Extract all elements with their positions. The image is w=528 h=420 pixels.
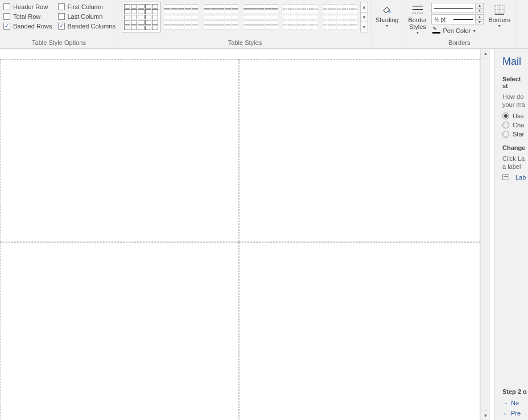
chevron-down-icon: ▼ <box>472 29 476 33</box>
chevron-down-icon: ▼ <box>415 31 419 35</box>
border-line-controls: ▲▼ ½ pt ▲▼ ✎ Pen Color ▼ <box>431 2 484 36</box>
group-label-borders: Borders <box>406 39 513 47</box>
label-options-link[interactable]: Lab <box>502 174 528 181</box>
gallery-scroll-up[interactable]: ▲ <box>361 2 368 13</box>
arrow-left-icon: ← <box>502 410 508 417</box>
check-header-row[interactable]: Header Row <box>3 3 52 10</box>
check-header-row-label: Header Row <box>13 3 48 10</box>
group-table-style-options: Header Row First Column Total Row Last C… <box>0 0 118 48</box>
pen-color-button[interactable]: ✎ Pen Color ▼ <box>431 26 484 36</box>
table-styles-spinner: ▲ ▼ ▾ <box>360 2 368 32</box>
line-weight-down[interactable]: ▼ <box>476 20 483 24</box>
table-style-thumb-6[interactable] <box>321 2 360 32</box>
borders-button-label: Borders <box>488 16 510 23</box>
shading-button[interactable]: Shading ▼ <box>373 2 401 28</box>
border-styles-icon <box>411 4 424 15</box>
label-options-text: Lab <box>515 174 526 181</box>
arrow-right-icon: → <box>502 400 508 406</box>
gallery-scroll-down[interactable]: ▼ <box>361 13 368 23</box>
shading-label: Shading <box>376 16 398 23</box>
previous-step-label: Pre <box>511 410 521 417</box>
label-cell-4[interactable] <box>239 242 480 420</box>
scroll-down-arrow[interactable]: ▼ <box>481 410 490 420</box>
group-table-styles: ▲ ▼ ▾ Table Styles <box>118 0 372 48</box>
radio-use-current[interactable]: Use <box>502 113 528 119</box>
change-heading: Change <box>502 144 528 151</box>
label-table <box>0 59 480 420</box>
label-cell-2[interactable] <box>239 59 480 242</box>
check-last-column[interactable]: Last Column <box>58 13 116 20</box>
step-indicator: Step 2 o <box>502 388 528 395</box>
select-starting-heading: Select st <box>502 76 528 89</box>
radio-icon <box>502 122 509 128</box>
border-styles-button[interactable]: Border Styles ▼ <box>406 2 429 35</box>
line-style-selector[interactable]: ▲▼ <box>431 3 484 13</box>
chevron-down-icon: ▼ <box>385 24 389 28</box>
label-cell-1[interactable] <box>0 59 239 242</box>
check-banded-rows[interactable]: Banded Rows <box>3 23 52 30</box>
gallery-expand[interactable]: ▾ <box>361 22 368 32</box>
table-style-thumb-5[interactable] <box>281 2 320 32</box>
check-banded-columns-label: Banded Columns <box>68 23 116 30</box>
radio-icon <box>502 113 509 119</box>
check-first-column[interactable]: First Column <box>58 3 116 10</box>
select-starting-text: How doyour ma <box>502 93 528 109</box>
radio-start-from[interactable]: Star <box>502 131 528 138</box>
table-styles-gallery <box>122 2 360 32</box>
mail-pane-title: Mail <box>502 56 528 68</box>
workspace: ▲ ▼ <box>0 49 528 420</box>
border-styles-label: Border Styles <box>408 16 427 30</box>
change-text: Click Laa label <box>502 155 528 171</box>
table-style-options-checks: Header Row First Column Total Row Last C… <box>3 2 118 30</box>
check-total-row-label: Total Row <box>13 13 40 20</box>
line-weight-selector[interactable]: ½ pt ▲▼ <box>431 14 484 24</box>
label-icon <box>502 174 509 180</box>
group-borders: Border Styles ▼ ▲▼ ½ pt ▲▼ ✎ Pen Color ▼ <box>402 0 515 48</box>
radio-change-label: Cha <box>513 122 524 128</box>
line-weight-value: ½ pt <box>434 16 445 23</box>
table-style-thumb-2[interactable] <box>162 2 200 32</box>
pen-color-label: Pen Color <box>443 27 471 34</box>
table-style-thumb-1[interactable] <box>122 2 160 32</box>
ribbon: Header Row First Column Total Row Last C… <box>0 0 528 49</box>
line-weight-up[interactable]: ▲ <box>476 15 483 20</box>
paint-bucket-icon <box>381 4 393 15</box>
table-style-thumb-3[interactable] <box>201 2 240 32</box>
radio-change-layout[interactable]: Cha <box>502 122 528 128</box>
check-first-column-label: First Column <box>68 3 103 10</box>
scroll-up-arrow[interactable]: ▲ <box>481 49 490 59</box>
mail-merge-pane: Mail Select st How doyour ma Use Cha Sta… <box>494 49 528 420</box>
mail-pane-footer: Step 2 o →Ne ←Pre <box>502 388 528 417</box>
radio-start-label: Star <box>513 131 524 138</box>
table-style-thumb-4[interactable] <box>241 2 280 32</box>
group-shading: Shading ▼ <box>372 0 402 48</box>
next-step-link[interactable]: →Ne <box>502 400 528 406</box>
borders-icon <box>494 4 505 15</box>
next-step-label: Ne <box>511 400 519 406</box>
radio-use-label: Use <box>513 113 524 119</box>
previous-step-link[interactable]: ←Pre <box>502 410 528 417</box>
chevron-down-icon: ▼ <box>497 24 501 28</box>
document[interactable] <box>0 49 480 420</box>
vertical-scrollbar[interactable]: ▲ ▼ <box>480 49 490 420</box>
check-last-column-label: Last Column <box>68 13 103 20</box>
label-cell-3[interactable] <box>0 242 239 420</box>
check-banded-columns[interactable]: Banded Columns <box>58 23 116 30</box>
group-label-table-style-options: Table Style Options <box>3 39 114 47</box>
line-style-up[interactable]: ▲ <box>476 3 483 9</box>
group-label-table-styles: Table Styles <box>122 39 368 47</box>
radio-icon <box>502 131 509 138</box>
borders-button[interactable]: Borders ▼ <box>486 2 513 28</box>
line-style-down[interactable]: ▼ <box>476 9 483 13</box>
document-pane: ▲ ▼ <box>0 49 494 420</box>
check-banded-rows-label: Banded Rows <box>13 23 52 30</box>
check-total-row[interactable]: Total Row <box>3 13 52 20</box>
pen-color-icon: ✎ <box>432 27 440 35</box>
